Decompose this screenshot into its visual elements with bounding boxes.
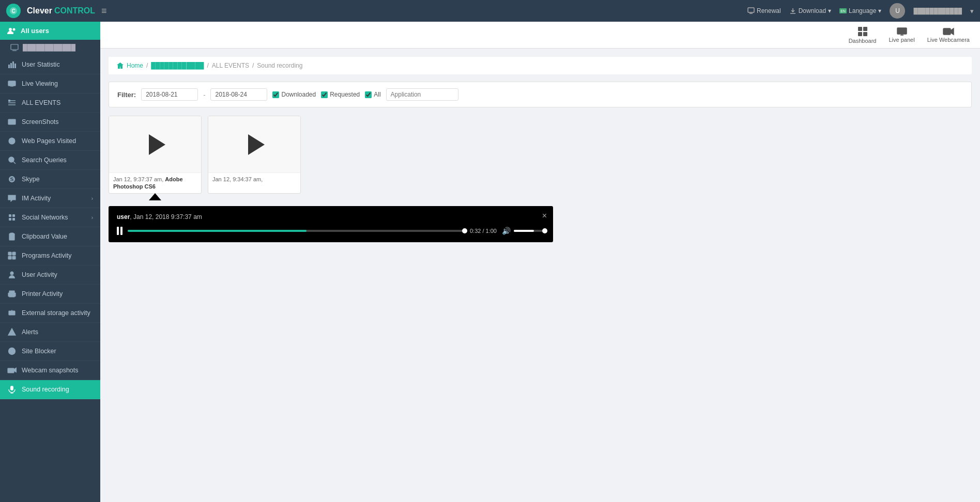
sidebar-item-screenshots[interactable]: ScreenShots (0, 113, 100, 132)
topbar-left: C Clever CONTROL ≡ (6, 4, 107, 18)
svg-point-45 (14, 294, 15, 295)
filter-date-to[interactable] (210, 88, 267, 101)
svg-text:EN: EN (840, 9, 846, 13)
sidebar-item-left-all-events: ALL EVENTS (7, 98, 60, 107)
sidebar-item-im-activity[interactable]: IM Activity › (0, 189, 100, 208)
sidebar-item-left-web-pages: Web Pages Visited (7, 136, 76, 146)
recording-card-2[interactable]: Jan 12, 9:34:37 am, (208, 116, 301, 194)
logo-icon: C (6, 4, 21, 18)
sidebar-item-sound-recording[interactable]: Sound recording (0, 380, 100, 399)
svg-rect-54 (10, 386, 13, 390)
svg-line-28 (13, 162, 16, 164)
sidebar-item-user-activity[interactable]: User Activity (0, 265, 100, 285)
sidebar-item-alerts[interactable]: Alerts (0, 323, 100, 342)
sidebar-item-label-webcam-snapshots: Webcam snapshots (22, 367, 79, 374)
social-networks-icon (7, 213, 17, 222)
sidebar-item-label-alerts: Alerts (22, 328, 38, 336)
sidebar-item-site-blocker[interactable]: Site Blocker (0, 342, 100, 361)
filter-label: Filter: (117, 91, 136, 99)
live-webcamera-button[interactable]: Live Webcamera (927, 27, 970, 43)
pause-button[interactable] (117, 227, 122, 235)
sidebar-item-label-clipboard-value: Clipboard Value (22, 233, 67, 240)
sidebar-item-search-queries[interactable]: Search Queries (0, 151, 100, 170)
svg-rect-34 (10, 233, 13, 234)
filter-downloaded-check[interactable]: Downloaded (272, 91, 316, 98)
svg-point-49 (11, 334, 12, 334)
filter-requested-check[interactable]: Requested (321, 91, 360, 98)
filter-application-input[interactable] (386, 88, 458, 101)
svg-rect-60 (863, 32, 867, 36)
avatar[interactable]: U (890, 3, 905, 19)
audio-player-title: user, Jan 12, 2018 9:37:37 am (117, 213, 545, 221)
sidebar-item-left-live-viewing: Live Viewing (7, 79, 58, 88)
sidebar: All users ████████████ User Statistic Li… (0, 22, 100, 502)
live-viewing-icon (7, 79, 17, 88)
filter-date-from[interactable] (141, 88, 198, 101)
skype-icon (7, 175, 17, 184)
svg-point-7 (9, 28, 12, 31)
svg-point-53 (10, 369, 12, 372)
sidebar-item-programs-activity[interactable]: Programs Activity (0, 246, 100, 265)
sidebar-item-clipboard-value[interactable]: Clipboard Value (0, 227, 100, 246)
sidebar-item-left-screenshots: ScreenShots (7, 117, 59, 127)
svg-point-41 (10, 272, 14, 275)
sidebar-item-label-programs-activity: Programs Activity (22, 252, 72, 259)
svg-rect-59 (858, 32, 862, 36)
web-pages-icon (7, 136, 17, 146)
chevron-icon: › (91, 196, 93, 201)
svg-point-27 (9, 157, 14, 162)
svg-rect-38 (12, 252, 16, 255)
sidebar-item-printer-activity[interactable]: Printer Activity (0, 285, 100, 304)
breadcrumb-home[interactable]: Home (127, 62, 143, 69)
recording-card-1[interactable]: Jan 12, 9:37:37 am, Adobe Photoshop CS6 (109, 116, 202, 194)
filter-all-check[interactable]: All (365, 91, 380, 98)
pause-icon (117, 227, 122, 235)
filter-all-checkbox[interactable] (365, 91, 372, 98)
close-player-button[interactable]: × (542, 211, 547, 221)
sidebar-all-users[interactable]: All users (0, 22, 100, 40)
sidebar-item-user-statistic[interactable]: User Statistic (0, 55, 100, 74)
sidebar-item-social-networks[interactable]: Social Networks › (0, 208, 100, 227)
sub-header: Dashboard Live panel Live Webcamera (100, 22, 980, 49)
sidebar-item-left-user-statistic: User Statistic (7, 60, 60, 69)
sidebar-item-label-all-events: ALL EVENTS (22, 99, 60, 106)
sub-user-label: ████████████ (23, 44, 75, 51)
recordings-area: Jan 12, 9:37:37 am, Adobe Photoshop CS6 … (109, 116, 972, 242)
breadcrumb-current: Sound recording (257, 62, 302, 69)
volume-container: 🔊 (502, 227, 545, 235)
hamburger-menu[interactable]: ≡ (101, 6, 107, 17)
sidebar-user-item[interactable]: ████████████ (0, 40, 100, 55)
filter-downloaded-checkbox[interactable] (272, 91, 279, 98)
topbar-right: Renewal Download ▾ EN Language ▾ U █████… (747, 3, 974, 19)
sidebar-item-external-storage[interactable]: External storage activity (0, 304, 100, 323)
sidebar-item-live-viewing[interactable]: Live Viewing (0, 74, 100, 93)
sidebar-item-left-user-activity: User Activity (7, 270, 57, 279)
svg-rect-30 (12, 214, 15, 217)
volume-track[interactable] (514, 230, 545, 232)
sidebar-item-left-webcam-snapshots: Webcam snapshots (7, 366, 79, 375)
svg-rect-32 (12, 218, 15, 221)
svg-rect-9 (11, 44, 18, 50)
sidebar-item-all-events[interactable]: ALL EVENTS (0, 93, 100, 113)
language-button[interactable]: EN Language ▾ (839, 7, 881, 14)
sidebar-item-label-im-activity: IM Activity (22, 195, 51, 202)
sidebar-item-skype[interactable]: Skype (0, 170, 100, 189)
filter-requested-checkbox[interactable] (321, 91, 328, 98)
user-statistic-icon (7, 60, 17, 69)
sidebar-item-label-search-queries: Search Queries (22, 156, 67, 164)
sound-recording-icon (7, 385, 17, 394)
main-layout: All users ████████████ User Statistic Li… (0, 22, 980, 502)
sidebar-item-web-pages[interactable]: Web Pages Visited (0, 132, 100, 151)
dashboard-button[interactable]: Dashboard (849, 26, 877, 44)
sidebar-item-label-user-activity: User Activity (22, 271, 57, 278)
clipboard-value-icon (7, 232, 17, 241)
download-button[interactable]: Download ▾ (789, 7, 831, 14)
renewal-button[interactable]: Renewal (747, 7, 781, 14)
svg-rect-61 (897, 28, 907, 34)
sidebar-item-webcam-snapshots[interactable]: Webcam snapshots (0, 361, 100, 380)
progress-track[interactable] (128, 230, 465, 232)
svg-rect-15 (8, 81, 16, 86)
live-panel-button[interactable]: Live panel (889, 27, 915, 43)
all-users-label: All users (21, 27, 49, 35)
breadcrumb: Home / ████████████ / ALL EVENTS / Sound… (109, 57, 972, 74)
